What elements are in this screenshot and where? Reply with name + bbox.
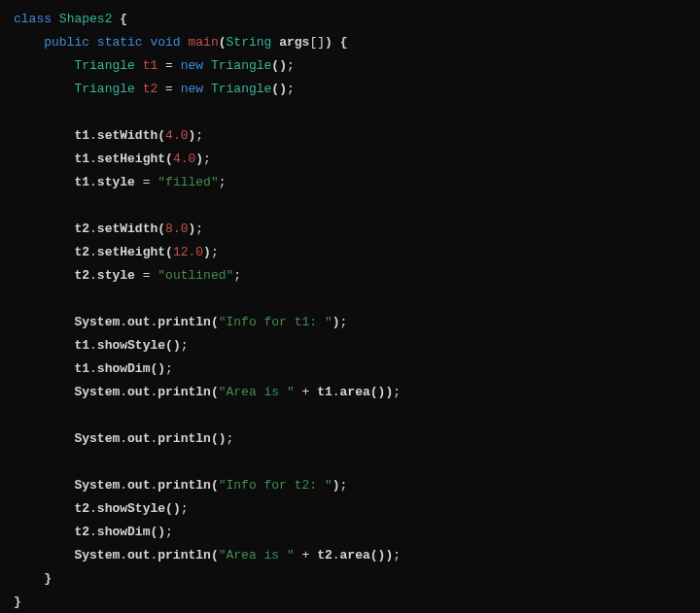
ident-t1: t1 <box>317 385 332 399</box>
semicolon: ; <box>227 431 234 446</box>
type-triangle: Triangle <box>74 82 134 96</box>
semicolon: ; <box>340 315 348 329</box>
call-println: println <box>158 548 211 562</box>
code-line: t1.showStyle(); <box>14 338 189 353</box>
semicolon: ; <box>195 221 203 236</box>
paren-open: ( <box>370 548 378 562</box>
class-name: Shapes2 <box>59 12 113 26</box>
dot: . <box>89 221 97 236</box>
field-style: style <box>97 175 135 189</box>
blank-line <box>14 408 21 423</box>
number-literal: 4.0 <box>173 152 195 166</box>
paren-open: ( <box>211 385 219 399</box>
code-line: System.out.println("Info for t1: "); <box>14 315 347 329</box>
number-literal: 4.0 <box>165 128 188 143</box>
param-args: args <box>279 35 309 50</box>
call-showStyle: showStyle <box>97 501 165 516</box>
paren-open: ( <box>165 338 173 353</box>
call-area: area <box>340 385 370 399</box>
paren-open: ( <box>165 152 173 166</box>
call-println: println <box>158 315 211 329</box>
string-literal: "outlined" <box>158 268 233 283</box>
code-line: t2.style = "outlined"; <box>14 268 241 283</box>
semicolon: ; <box>181 338 189 353</box>
code-line: class Shapes2 { <box>14 12 127 26</box>
call-println: println <box>158 478 211 493</box>
call-showStyle: showStyle <box>97 338 165 353</box>
brace-close: } <box>14 595 21 609</box>
semicolon: ; <box>203 152 211 166</box>
ident-t2: t2 <box>74 268 89 283</box>
keyword-new: new <box>181 82 203 96</box>
code-line: t2.setWidth(8.0); <box>14 221 203 236</box>
code-line: public static void main(String args[]) { <box>14 35 347 50</box>
code-line: t2.showDim(); <box>14 525 173 539</box>
dot: . <box>332 385 340 399</box>
semicolon: ; <box>340 478 348 493</box>
brace-close: } <box>44 571 52 586</box>
code-line: } <box>14 595 21 609</box>
dot: . <box>120 548 127 562</box>
string-literal: "Info for t1: " <box>219 315 332 329</box>
paren-open: ( <box>211 315 219 329</box>
paren-close: ) <box>158 361 165 376</box>
equals: = <box>143 175 151 189</box>
dot: . <box>89 245 97 259</box>
code-line: t2.setHeight(12.0); <box>14 245 219 259</box>
code-line: System.out.println(); <box>14 431 233 446</box>
dot: . <box>120 315 127 329</box>
paren-open: ( <box>370 385 378 399</box>
paren-open: ( <box>158 128 165 143</box>
code-line: } <box>14 571 52 586</box>
code-line: t1.showDim(); <box>14 361 173 376</box>
call-showDim: showDim <box>97 525 151 539</box>
ident-t2: t2 <box>74 245 89 259</box>
code-line: System.out.println("Area is " + t1.area(… <box>14 385 401 399</box>
string-literal: "Area is " <box>219 385 295 399</box>
paren-close: ) <box>279 82 287 96</box>
paren-close: ) <box>219 431 227 446</box>
ident-out: out <box>127 431 150 446</box>
dot: . <box>89 361 97 376</box>
call-setHeight: setHeight <box>97 245 165 259</box>
call-println: println <box>158 385 211 399</box>
paren-open: ( <box>211 548 219 562</box>
paren-open: ( <box>271 82 279 96</box>
ctor-triangle: Triangle <box>211 58 271 73</box>
type-string: String <box>227 35 272 50</box>
ident-out: out <box>127 315 150 329</box>
semicolon: ; <box>393 548 401 562</box>
blank-line <box>14 105 21 119</box>
ident-system: System <box>74 385 120 399</box>
paren-close: ) <box>325 35 332 50</box>
semicolon: ; <box>287 82 295 96</box>
plus: + <box>302 385 310 399</box>
semicolon: ; <box>219 175 227 189</box>
dot: . <box>89 152 97 166</box>
call-setWidth: setWidth <box>97 128 158 143</box>
ident-system: System <box>74 431 120 446</box>
brace-open: { <box>340 35 348 50</box>
ident-t1: t1 <box>74 361 89 376</box>
keyword-class: class <box>14 12 52 26</box>
string-literal: "Info for t2: " <box>219 478 332 493</box>
ident-out: out <box>127 478 150 493</box>
call-area: area <box>340 548 370 562</box>
ident-t2: t2 <box>74 501 89 516</box>
equals: = <box>165 58 173 73</box>
ident-t2: t2 <box>317 548 332 562</box>
field-style: style <box>97 268 135 283</box>
paren-open: ( <box>219 35 227 50</box>
var-t2: t2 <box>143 82 158 96</box>
paren-close: ) <box>332 478 340 493</box>
paren-open: ( <box>165 245 173 259</box>
ident-out: out <box>127 385 150 399</box>
dot: . <box>89 338 97 353</box>
paren-close: ) <box>173 501 181 516</box>
ident-system: System <box>74 478 120 493</box>
semicolon: ; <box>181 501 189 516</box>
brace-open: { <box>120 12 127 26</box>
ctor-triangle: Triangle <box>211 82 271 96</box>
dot: . <box>89 525 97 539</box>
string-literal: "filled" <box>158 175 218 189</box>
